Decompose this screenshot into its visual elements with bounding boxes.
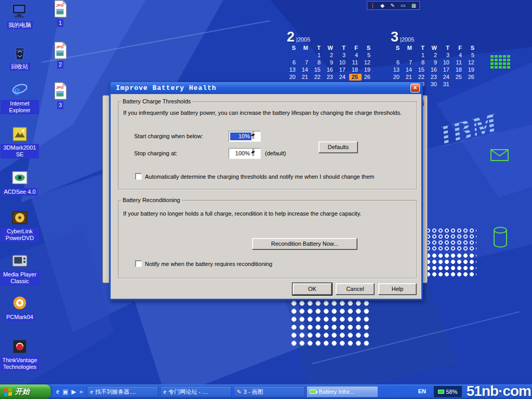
calendar-day: 5 — [362, 52, 374, 59]
task-label: 找不到服务器.... — [95, 388, 136, 396]
help-button[interactable]: Help — [378, 283, 417, 295]
calendar-day: 5 — [466, 52, 478, 59]
quick-launch-ie-icon[interactable]: e — [56, 388, 59, 396]
desktop-icon-jpg-2[interactable]: JPG 2 — [41, 42, 80, 69]
calendar-day: 13 — [391, 66, 403, 73]
svg-text:JPG: JPG — [56, 85, 64, 90]
icon-label: Media Player Classic — [1, 271, 39, 285]
spinner-buttons — [252, 149, 260, 158]
group-legend: Battery Reconditioning — [123, 197, 180, 203]
desktop-icon-pcmark04[interactable]: PCMark04 — [0, 294, 39, 321]
auto-determine-checkbox[interactable] — [135, 173, 142, 180]
3dmark-icon — [11, 125, 29, 143]
calendar-day — [391, 52, 403, 59]
ok-button[interactable]: OK — [292, 283, 332, 295]
desktop-icon-my-computer[interactable]: 我的电脑 — [0, 2, 39, 29]
stop-charging-spinner[interactable]: 100% — [229, 148, 261, 159]
calendar-day: 26 — [362, 74, 374, 81]
cancel-button[interactable]: Cancel — [336, 283, 375, 295]
icon-label: 2 — [57, 61, 63, 69]
calendar-day: 17 — [337, 66, 349, 73]
task-button-paint[interactable]: ✎ 3 - 画图 — [233, 386, 305, 397]
desktop-icon-internet-explorer[interactable]: e Internet Explorer — [0, 81, 39, 114]
dialog-titlebar[interactable]: Improve Battery Health × — [111, 82, 421, 94]
media-player-classic-icon — [11, 252, 29, 270]
wallpaper-grid-icon — [490, 55, 512, 73]
calendar-weekday: M — [299, 45, 312, 51]
taskbar-tasks: e 找不到服务器.... e 专门网论坛 - .... ✎ 3 - 画图 Bat… — [87, 384, 378, 399]
desktop-icon-jpg-1[interactable]: JPG 1 — [41, 0, 80, 27]
calendar-weekday: S — [362, 45, 374, 51]
notify-checkbox[interactable] — [135, 260, 142, 267]
calendar-day: 22 — [416, 74, 428, 81]
calendar-day: 3 — [441, 52, 453, 59]
calendar-day: 20 — [391, 74, 403, 81]
desktop-icon-media-player-classic[interactable]: Media Player Classic — [0, 252, 39, 285]
task-button-battery-information[interactable]: Battery Infor... — [307, 386, 378, 397]
calendar-day: 9 — [428, 59, 441, 66]
toolbar-pen-icon[interactable]: ✎ — [390, 2, 394, 9]
calendar-weekday: W — [324, 45, 337, 51]
toolbar-window-icon[interactable]: ▭ — [401, 2, 405, 9]
wallpaper-dot-grid-bottom — [290, 299, 371, 348]
calendar-day: 9 — [324, 59, 337, 66]
start-charging-spinner[interactable]: 10% — [229, 131, 261, 142]
calendar-month-number: 2 — [287, 30, 295, 44]
language-indicator[interactable]: EN — [418, 388, 426, 394]
desktop-icon-acdsee[interactable]: ACDSee 4.0 — [0, 169, 39, 196]
task-button-forum[interactable]: e 专门网论坛 - .... — [160, 386, 232, 397]
battery-tray-indicator[interactable]: 58% — [433, 385, 462, 398]
taskbar: 开始 e ▣ ▶ » e 找不到服务器.... e 专门网论坛 - .... ✎… — [0, 384, 532, 399]
calendar-day: 7 — [299, 59, 312, 66]
calendar-grid: SMTWTFS123456789101112131415161718192021… — [287, 45, 378, 88]
defaults-button[interactable]: Defaults — [318, 141, 358, 153]
calendar-weekday: T — [337, 45, 349, 51]
notify-label: Notify me when the battery requires reco… — [145, 261, 272, 267]
desktop-launch-toolbar[interactable]: ❘ ◆ ✎ ▭ ▦ — [367, 1, 420, 10]
group-legend: Battery Charge Thresholds — [123, 98, 191, 104]
icon-label: ThinkVantage Technologies — [1, 356, 39, 371]
task-label: 3 - 画图 — [244, 388, 263, 396]
calendar-day: 25 — [349, 74, 362, 81]
desktop-icon-3dmark2001[interactable]: 3DMark2001 SE — [0, 125, 39, 158]
desktop-icon-recycle-bin[interactable]: 回收站 — [0, 44, 39, 71]
spinner-down-icon[interactable] — [253, 131, 254, 139]
quick-launch-show-desktop-icon[interactable]: ▣ — [62, 388, 68, 395]
watermark: 51nb·com — [467, 383, 531, 399]
calendar-grid: SMTWTFS123456789101112131415161718192021… — [391, 45, 482, 88]
quick-launch-overflow-chevron-icon[interactable]: » — [79, 388, 83, 395]
stop-charging-value[interactable]: 100% — [230, 150, 251, 157]
spinner-down-icon[interactable] — [253, 149, 254, 156]
calendar-day: 6 — [287, 59, 299, 66]
start-charging-label: Start charging when below: — [134, 133, 203, 139]
icon-label: PCMark04 — [5, 313, 35, 321]
calendar-day — [299, 52, 312, 59]
quick-launch-media-icon[interactable]: ▶ — [72, 388, 76, 395]
calendar-day: 24 — [441, 74, 453, 81]
toolbar-pin-icon[interactable]: ❘ — [370, 2, 375, 9]
calendar-year: |2005 — [400, 36, 414, 43]
desktop-icon-thinkvantage[interactable]: ThinkVantage Technologies — [0, 338, 39, 371]
calendar-day: 16 — [324, 66, 337, 73]
close-icon[interactable]: × — [410, 84, 420, 92]
recycle-bin-icon — [11, 44, 29, 61]
toolbar-diamond-icon[interactable]: ◆ — [380, 2, 384, 9]
calendar-day: 1 — [416, 52, 428, 59]
icon-label: 3DMark2001 SE — [1, 144, 39, 158]
task-button-server-not-found[interactable]: e 找不到服务器.... — [87, 386, 158, 397]
auto-determine-checkbox-row: Automatically determine the charging thr… — [135, 173, 374, 180]
notify-checkbox-row: Notify me when the battery requires reco… — [135, 260, 272, 267]
icon-label: 回收站 — [10, 63, 30, 71]
desktop-icon-jpg-3[interactable]: JPG 3 — [41, 82, 80, 109]
thinkvantage-icon — [11, 338, 29, 355]
ibm-logo-text: IBM — [435, 105, 502, 152]
start-charging-value[interactable]: 10% — [230, 132, 251, 140]
start-button[interactable]: 开始 — [0, 384, 51, 399]
toolbar-grid-icon[interactable]: ▦ — [411, 2, 416, 9]
recondition-battery-button[interactable]: Recondition Battery Now... — [252, 238, 357, 250]
desktop-icon-powerdvd[interactable]: CyberLink PowerDVD — [0, 209, 39, 242]
calendar-day: 14 — [403, 66, 416, 73]
powerdvd-icon — [11, 209, 29, 227]
calendar-day: 4 — [349, 52, 362, 59]
calendar-weekday: S — [287, 45, 299, 51]
